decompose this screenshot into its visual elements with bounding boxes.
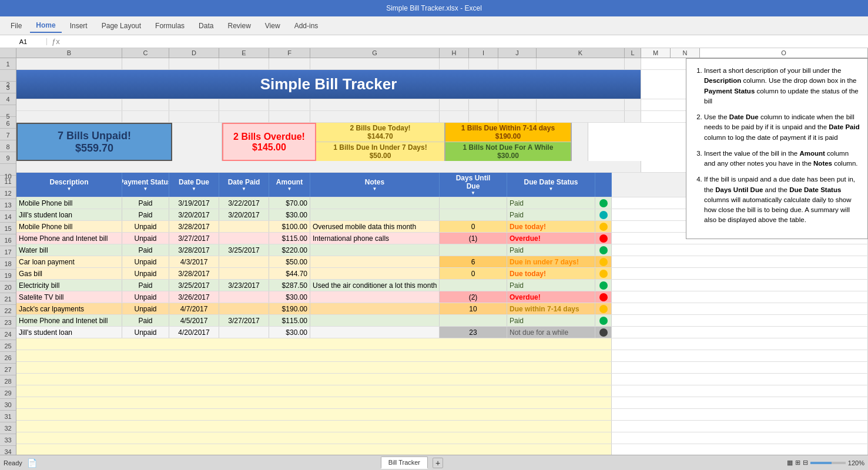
cell-amount-22[interactable]: $30.00 [269, 327, 310, 338]
ribbon-tab-page-layout[interactable]: Page Layout [96, 19, 147, 32]
th-date-paid[interactable]: Date Paid ▼ [219, 173, 269, 197]
cell-datedue-18[interactable]: 3/25/2017 [169, 280, 219, 291]
cell-datepaid-14[interactable] [219, 233, 269, 244]
cell-datepaid-22[interactable] [219, 327, 269, 338]
cell-notes-14[interactable]: International phone calls [310, 233, 440, 244]
cell-status-18[interactable]: Paid [122, 280, 169, 291]
cell-desc-11[interactable]: Mobile Phone bill [16, 197, 122, 209]
cell-24[interactable] [16, 350, 612, 361]
cell-amount-19[interactable]: $30.00 [269, 291, 310, 303]
page-icon[interactable]: 📄 [27, 458, 37, 468]
th-days-until-due[interactable]: Days Until Due ▼ [440, 173, 507, 197]
cell-desc-21[interactable]: Home Phone and Intenet bill [16, 315, 122, 326]
th-amount[interactable]: Amount ▼ [269, 173, 310, 197]
th-due-date-status[interactable]: Due Date Status ▼ [507, 173, 595, 197]
col-header-d[interactable]: D [169, 48, 219, 58]
cell-desc-17[interactable]: Gas bill [16, 268, 122, 279]
col-header-o[interactable]: O [700, 48, 868, 58]
days-dropdown-arrow[interactable]: ▼ [471, 190, 475, 196]
cell-desc-14[interactable]: Home Phone and Intenet bill [16, 233, 122, 244]
cell-datepaid-12[interactable]: 3/20/2017 [219, 209, 269, 220]
th-payment-status[interactable]: Payment Status ▼ [122, 173, 169, 197]
date-paid-dropdown-arrow[interactable]: ▼ [242, 186, 246, 192]
col-header-i[interactable]: I [469, 48, 498, 58]
cell-29[interactable] [16, 409, 612, 420]
page-break-icon[interactable]: ⊟ [803, 459, 808, 466]
cell-notes-17[interactable] [310, 268, 440, 279]
cell-status-14[interactable]: Unpaid [122, 233, 169, 244]
cell-desc-16[interactable]: Car loan payment [16, 256, 122, 267]
sheet-tab-bill-tracker[interactable]: Bill Tracker [381, 456, 428, 469]
cell-datedue-15[interactable]: 3/28/2017 [169, 244, 219, 256]
cell-status-22[interactable]: Unpaid [122, 327, 169, 338]
col-header-k[interactable]: K [537, 48, 625, 58]
th-notes[interactable]: Notes ▼ [310, 173, 440, 197]
col-header-c[interactable]: C [122, 48, 169, 58]
cell-datepaid-11[interactable]: 3/22/2017 [219, 197, 269, 209]
cell-datedue-19[interactable]: 3/26/2017 [169, 291, 219, 303]
col-header-j[interactable]: J [498, 48, 537, 58]
cell-amount-16[interactable]: $50.00 [269, 256, 310, 267]
cell-amount-11[interactable]: $70.00 [269, 197, 310, 209]
cell-notes-20[interactable] [310, 303, 440, 314]
cell-datedue-11[interactable]: 3/19/2017 [169, 197, 219, 209]
col-header-n[interactable]: N [671, 48, 700, 58]
col-header-e[interactable]: E [219, 48, 269, 58]
cell-datepaid-17[interactable] [219, 268, 269, 279]
cell-desc-13[interactable]: Mobile Phone bill [16, 221, 122, 232]
cell-desc-20[interactable]: Jack's car lpayments [16, 303, 122, 314]
ribbon-tab-review[interactable]: Review [222, 19, 256, 32]
description-dropdown-arrow[interactable]: ▼ [67, 186, 72, 192]
payment-status-dropdown-arrow[interactable]: ▼ [143, 186, 148, 192]
col-header-h[interactable]: H [440, 48, 469, 58]
cell-status-21[interactable]: Paid [122, 315, 169, 326]
ribbon-tab-file[interactable]: File [5, 19, 28, 32]
notes-dropdown-arrow[interactable]: ▼ [373, 186, 377, 192]
cell-amount-15[interactable]: $220.00 [269, 244, 310, 256]
cell-notes-13[interactable]: Overused mobile data this month [310, 221, 440, 232]
cell-status-17[interactable]: Unpaid [122, 268, 169, 279]
due-status-dropdown-arrow[interactable]: ▼ [549, 186, 554, 192]
cell-amount-14[interactable]: $115.00 [269, 233, 310, 244]
cell-datepaid-19[interactable] [219, 291, 269, 303]
cell-datepaid-16[interactable] [219, 256, 269, 267]
cell-28[interactable] [16, 397, 612, 408]
cell-notes-19[interactable] [310, 291, 440, 303]
cell-notes-11[interactable] [310, 197, 440, 209]
col-header-b[interactable]: B [16, 48, 122, 58]
ribbon-tab-insert[interactable]: Insert [64, 19, 93, 32]
cell-notes-22[interactable] [310, 327, 440, 338]
cell-datepaid-21[interactable]: 3/27/2017 [219, 315, 269, 326]
th-description[interactable]: Description ▼ [16, 173, 122, 197]
cell-datedue-16[interactable]: 4/3/2017 [169, 256, 219, 267]
ribbon-tab-view[interactable]: View [259, 19, 286, 32]
cell-status-16[interactable]: Unpaid [122, 256, 169, 267]
cell-32[interactable] [16, 444, 612, 455]
cell-26[interactable] [16, 374, 612, 385]
cell-datedue-13[interactable]: 3/28/2017 [169, 221, 219, 232]
cell-30[interactable] [16, 421, 612, 432]
cell-status-12[interactable]: Paid [122, 209, 169, 220]
cell-status-20[interactable]: Unpaid [122, 303, 169, 314]
cell-datedue-17[interactable]: 3/28/2017 [169, 268, 219, 279]
ribbon-tab-data[interactable]: Data [193, 19, 219, 32]
cell-datepaid-18[interactable]: 3/23/2017 [219, 280, 269, 291]
cell-desc-12[interactable]: Jill's student loan [16, 209, 122, 220]
ribbon-tab-formulas[interactable]: Formulas [149, 19, 190, 32]
cell-amount-17[interactable]: $44.70 [269, 268, 310, 279]
col-header-f[interactable]: F [269, 48, 310, 58]
page-layout-icon[interactable]: ⊞ [795, 459, 800, 466]
ribbon-tab-addins[interactable]: Add-ins [289, 19, 324, 32]
normal-view-icon[interactable]: ▦ [787, 459, 793, 466]
cell-datedue-20[interactable]: 4/7/2017 [169, 303, 219, 314]
col-header-m[interactable]: M [641, 48, 671, 58]
cell-datepaid-13[interactable] [219, 221, 269, 232]
cell-desc-18[interactable]: Electricity bill [16, 280, 122, 291]
col-header-l[interactable]: L [625, 48, 641, 58]
cell-notes-21[interactable] [310, 315, 440, 326]
th-date-due[interactable]: Date Due ▼ [169, 173, 219, 197]
cell-desc-15[interactable]: Water bill [16, 244, 122, 256]
cell-datepaid-20[interactable] [219, 303, 269, 314]
add-sheet-button[interactable]: + [433, 458, 443, 468]
amount-dropdown-arrow[interactable]: ▼ [287, 186, 292, 192]
